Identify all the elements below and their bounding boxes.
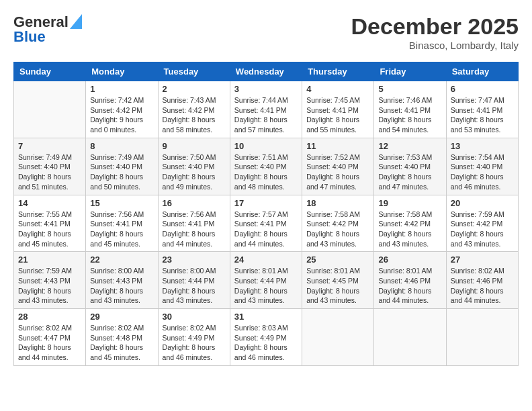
calendar-day-header: Wednesday	[230, 62, 302, 81]
calendar-day-cell: 15Sunrise: 7:56 AM Sunset: 4:41 PM Dayli…	[86, 195, 158, 252]
calendar-day-cell: 27Sunrise: 8:02 AM Sunset: 4:46 PM Dayli…	[446, 252, 518, 309]
calendar-day-cell: 7Sunrise: 7:49 AM Sunset: 4:40 PM Daylig…	[14, 138, 86, 195]
day-number: 12	[378, 141, 441, 151]
title-block: December 2025 Binasco, Lombardy, Italy	[351, 13, 519, 51]
calendar-day-cell: 22Sunrise: 8:00 AM Sunset: 4:43 PM Dayli…	[86, 252, 158, 309]
calendar-day-cell: 17Sunrise: 7:57 AM Sunset: 4:41 PM Dayli…	[230, 195, 302, 252]
calendar-day-cell: 1Sunrise: 7:42 AM Sunset: 4:42 PM Daylig…	[86, 81, 158, 138]
day-info: Sunrise: 7:45 AM Sunset: 4:41 PM Dayligh…	[306, 95, 369, 135]
day-number: 25	[306, 255, 369, 265]
day-info: Sunrise: 7:51 AM Sunset: 4:40 PM Dayligh…	[234, 152, 298, 192]
day-number: 4	[306, 84, 369, 94]
day-number: 29	[90, 312, 153, 322]
day-number: 31	[234, 312, 298, 322]
day-info: Sunrise: 8:02 AM Sunset: 4:46 PM Dayligh…	[451, 266, 514, 306]
calendar-day-cell: 9Sunrise: 7:50 AM Sunset: 4:40 PM Daylig…	[158, 138, 230, 195]
calendar-day-cell	[302, 309, 374, 366]
day-info: Sunrise: 7:46 AM Sunset: 4:41 PM Dayligh…	[378, 95, 441, 135]
day-info: Sunrise: 7:59 AM Sunset: 4:42 PM Dayligh…	[451, 210, 514, 249]
calendar-day-cell: 31Sunrise: 8:03 AM Sunset: 4:49 PM Dayli…	[230, 309, 302, 366]
calendar-day-cell: 24Sunrise: 8:01 AM Sunset: 4:44 PM Dayli…	[230, 252, 302, 309]
calendar-day-cell: 16Sunrise: 7:56 AM Sunset: 4:41 PM Dayli…	[158, 195, 230, 252]
day-info: Sunrise: 8:01 AM Sunset: 4:45 PM Dayligh…	[306, 266, 369, 306]
calendar-day-cell: 19Sunrise: 7:58 AM Sunset: 4:42 PM Dayli…	[374, 195, 446, 252]
calendar-day-cell: 11Sunrise: 7:52 AM Sunset: 4:40 PM Dayli…	[302, 138, 374, 195]
day-number: 18	[306, 198, 369, 208]
day-number: 23	[163, 255, 226, 265]
day-number: 22	[90, 255, 153, 265]
day-number: 8	[90, 141, 153, 151]
day-info: Sunrise: 8:02 AM Sunset: 4:49 PM Dayligh…	[163, 323, 226, 363]
day-info: Sunrise: 7:49 AM Sunset: 4:40 PM Dayligh…	[90, 152, 153, 192]
calendar-day-cell: 10Sunrise: 7:51 AM Sunset: 4:40 PM Dayli…	[230, 138, 302, 195]
calendar-day-cell: 20Sunrise: 7:59 AM Sunset: 4:42 PM Dayli…	[446, 195, 518, 252]
day-number: 1	[90, 84, 153, 94]
calendar-day-cell	[374, 309, 446, 366]
calendar-day-header: Sunday	[14, 62, 86, 81]
day-number: 13	[451, 141, 514, 151]
day-info: Sunrise: 7:50 AM Sunset: 4:40 PM Dayligh…	[163, 152, 226, 192]
day-info: Sunrise: 7:43 AM Sunset: 4:42 PM Dayligh…	[163, 95, 226, 135]
day-info: Sunrise: 8:00 AM Sunset: 4:43 PM Dayligh…	[90, 266, 153, 306]
calendar-week-row: 14Sunrise: 7:55 AM Sunset: 4:41 PM Dayli…	[14, 195, 519, 252]
day-number: 15	[90, 198, 153, 208]
day-info: Sunrise: 7:47 AM Sunset: 4:41 PM Dayligh…	[451, 95, 514, 135]
day-number: 7	[18, 141, 81, 151]
day-info: Sunrise: 7:53 AM Sunset: 4:40 PM Dayligh…	[378, 152, 441, 192]
day-info: Sunrise: 7:54 AM Sunset: 4:40 PM Dayligh…	[451, 152, 514, 192]
day-number: 2	[163, 84, 226, 94]
day-info: Sunrise: 8:02 AM Sunset: 4:47 PM Dayligh…	[18, 323, 81, 363]
day-number: 14	[18, 198, 81, 208]
day-info: Sunrise: 7:49 AM Sunset: 4:40 PM Dayligh…	[18, 152, 81, 192]
day-number: 24	[234, 255, 298, 265]
svg-marker-0	[70, 14, 82, 29]
calendar-week-row: 7Sunrise: 7:49 AM Sunset: 4:40 PM Daylig…	[14, 138, 519, 195]
day-number: 17	[234, 198, 298, 208]
calendar-day-cell: 26Sunrise: 8:01 AM Sunset: 4:46 PM Dayli…	[374, 252, 446, 309]
day-number: 10	[234, 141, 298, 151]
day-number: 28	[18, 312, 81, 322]
day-info: Sunrise: 7:56 AM Sunset: 4:41 PM Dayligh…	[90, 210, 153, 249]
location: Binasco, Lombardy, Italy	[351, 40, 519, 51]
day-number: 20	[451, 198, 514, 208]
day-info: Sunrise: 7:52 AM Sunset: 4:40 PM Dayligh…	[306, 152, 369, 192]
day-info: Sunrise: 8:01 AM Sunset: 4:44 PM Dayligh…	[234, 266, 298, 306]
day-number: 3	[234, 84, 298, 94]
calendar-day-cell: 6Sunrise: 7:47 AM Sunset: 4:41 PM Daylig…	[446, 81, 518, 138]
calendar-body: 1Sunrise: 7:42 AM Sunset: 4:42 PM Daylig…	[14, 81, 519, 366]
day-info: Sunrise: 7:55 AM Sunset: 4:41 PM Dayligh…	[18, 210, 81, 249]
calendar-day-cell	[14, 81, 86, 138]
logo-blue: Blue	[13, 28, 46, 46]
day-info: Sunrise: 7:56 AM Sunset: 4:41 PM Dayligh…	[163, 210, 226, 249]
day-number: 6	[451, 84, 514, 94]
day-number: 21	[18, 255, 81, 265]
day-number: 19	[378, 198, 441, 208]
day-number: 11	[306, 141, 369, 151]
day-number: 27	[451, 255, 514, 265]
calendar-day-cell: 3Sunrise: 7:44 AM Sunset: 4:41 PM Daylig…	[230, 81, 302, 138]
calendar-day-cell: 14Sunrise: 7:55 AM Sunset: 4:41 PM Dayli…	[14, 195, 86, 252]
calendar-day-cell: 5Sunrise: 7:46 AM Sunset: 4:41 PM Daylig…	[374, 81, 446, 138]
calendar-day-header: Tuesday	[158, 62, 230, 81]
calendar-day-cell: 8Sunrise: 7:49 AM Sunset: 4:40 PM Daylig…	[86, 138, 158, 195]
calendar-day-cell: 13Sunrise: 7:54 AM Sunset: 4:40 PM Dayli…	[446, 138, 518, 195]
calendar-day-cell: 29Sunrise: 8:02 AM Sunset: 4:48 PM Dayli…	[86, 309, 158, 366]
month-title: December 2025	[351, 13, 519, 40]
calendar-day-cell: 28Sunrise: 8:02 AM Sunset: 4:47 PM Dayli…	[14, 309, 86, 366]
calendar-day-cell	[446, 309, 518, 366]
calendar-day-header: Saturday	[446, 62, 518, 81]
day-info: Sunrise: 8:03 AM Sunset: 4:49 PM Dayligh…	[234, 323, 298, 363]
calendar-week-row: 28Sunrise: 8:02 AM Sunset: 4:47 PM Dayli…	[14, 309, 519, 366]
calendar-day-cell: 21Sunrise: 7:59 AM Sunset: 4:43 PM Dayli…	[14, 252, 86, 309]
day-info: Sunrise: 7:42 AM Sunset: 4:42 PM Dayligh…	[90, 95, 153, 135]
calendar-day-header: Monday	[86, 62, 158, 81]
day-number: 16	[163, 198, 226, 208]
day-info: Sunrise: 7:59 AM Sunset: 4:43 PM Dayligh…	[18, 266, 81, 306]
calendar-day-cell: 30Sunrise: 8:02 AM Sunset: 4:49 PM Dayli…	[158, 309, 230, 366]
calendar-day-cell: 25Sunrise: 8:01 AM Sunset: 4:45 PM Dayli…	[302, 252, 374, 309]
calendar-day-cell: 4Sunrise: 7:45 AM Sunset: 4:41 PM Daylig…	[302, 81, 374, 138]
day-info: Sunrise: 7:58 AM Sunset: 4:42 PM Dayligh…	[378, 210, 441, 249]
day-info: Sunrise: 8:02 AM Sunset: 4:48 PM Dayligh…	[90, 323, 153, 363]
day-info: Sunrise: 7:58 AM Sunset: 4:42 PM Dayligh…	[306, 210, 369, 249]
day-info: Sunrise: 8:01 AM Sunset: 4:46 PM Dayligh…	[378, 266, 441, 306]
